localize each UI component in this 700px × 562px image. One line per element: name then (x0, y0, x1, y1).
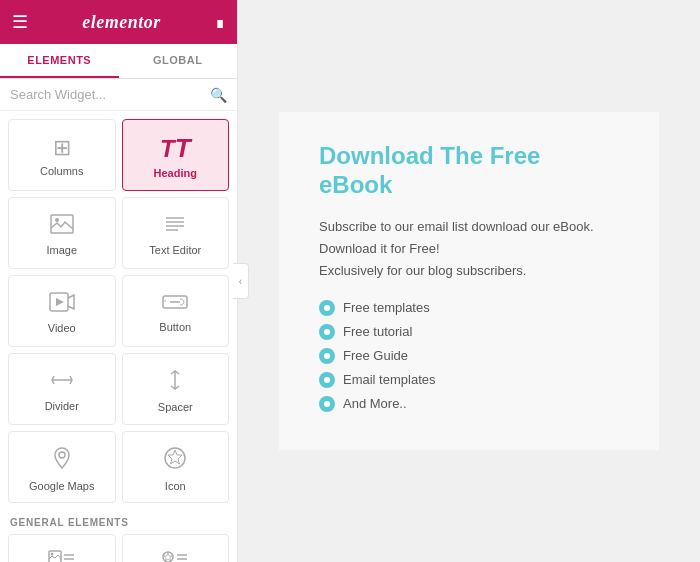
svg-rect-0 (51, 215, 73, 233)
list-item: Free templates (319, 300, 619, 316)
svg-marker-7 (56, 298, 64, 306)
widget-video-label: Video (48, 322, 76, 334)
grid-icon[interactable]: ∎ (215, 13, 225, 32)
icon-widget-icon (163, 446, 187, 474)
search-icon[interactable]: 🔍 (210, 87, 227, 103)
general-widgets-grid: Image Box Icon Box (8, 534, 229, 562)
list-item: Email templates (319, 372, 619, 388)
button-icon (162, 293, 188, 315)
image-icon (50, 214, 74, 238)
video-icon (49, 292, 75, 316)
widget-divider[interactable]: Divider (8, 353, 116, 425)
widget-spacer[interactable]: Spacer (122, 353, 230, 425)
main-content: Download The Free eBook Subscribe to our… (238, 0, 700, 562)
list-item: And More.. (319, 396, 619, 412)
widget-icon[interactable]: Icon (122, 431, 230, 503)
logo: elementor (82, 12, 161, 33)
widget-google-maps-label: Google Maps (29, 480, 94, 492)
sidebar-tabs: ELEMENTS GLOBAL (0, 44, 237, 79)
widget-spacer-label: Spacer (158, 401, 193, 413)
ebook-description: Subscribe to our email list download our… (319, 216, 619, 282)
menu-icon[interactable]: ☰ (12, 11, 28, 33)
list-item: Free tutorial (319, 324, 619, 340)
widget-button[interactable]: Button (122, 275, 230, 347)
widget-image-label: Image (46, 244, 77, 256)
svg-point-12 (59, 452, 65, 458)
widget-icon-label: Icon (165, 480, 186, 492)
text-editor-icon (163, 214, 187, 238)
list-item-text: Free tutorial (343, 324, 412, 339)
list-item: Free Guide (319, 348, 619, 364)
list-bullet-icon (319, 300, 335, 316)
list-bullet-icon (319, 348, 335, 364)
list-item-text: Free Guide (343, 348, 408, 363)
list-bullet-icon (319, 324, 335, 340)
search-bar: 🔍 (0, 79, 237, 111)
svg-point-1 (55, 218, 59, 222)
search-input[interactable] (10, 87, 227, 102)
list-item-text: Email templates (343, 372, 435, 387)
widget-image-box[interactable]: Image Box (8, 534, 116, 562)
widget-image[interactable]: Image (8, 197, 116, 269)
divider-icon (49, 370, 75, 394)
tab-global[interactable]: GLOBAL (119, 44, 238, 78)
widget-icon-box[interactable]: Icon Box (122, 534, 230, 562)
widget-text-editor[interactable]: Text Editor (122, 197, 230, 269)
collapse-handle[interactable]: ‹ (233, 263, 249, 299)
general-elements-label: GENERAL ELEMENTS (8, 513, 229, 534)
widget-columns-label: Columns (40, 165, 83, 177)
list-item-text: Free templates (343, 300, 430, 315)
ebook-card: Download The Free eBook Subscribe to our… (279, 112, 659, 450)
widget-video[interactable]: Video (8, 275, 116, 347)
widgets-area: Columns T Heading Image (0, 111, 237, 562)
google-maps-icon (51, 446, 73, 474)
widget-heading[interactable]: T Heading (122, 119, 230, 191)
list-bullet-icon (319, 396, 335, 412)
widget-divider-label: Divider (45, 400, 79, 412)
svg-marker-14 (168, 450, 182, 464)
widget-text-editor-label: Text Editor (149, 244, 201, 256)
tab-elements[interactable]: ELEMENTS (0, 44, 119, 78)
ebook-title: Download The Free eBook (319, 142, 619, 200)
image-box-icon (48, 550, 76, 562)
widget-heading-label: Heading (154, 167, 197, 179)
columns-icon (53, 137, 71, 159)
list-item-text: And More.. (343, 396, 407, 411)
sidebar-header: ☰ elementor ∎ (0, 0, 237, 44)
collapse-icon: ‹ (239, 276, 242, 287)
widget-google-maps[interactable]: Google Maps (8, 431, 116, 503)
widgets-grid: Columns T Heading Image (8, 119, 229, 503)
widget-button-label: Button (159, 321, 191, 333)
svg-point-16 (50, 553, 53, 556)
widget-columns[interactable]: Columns (8, 119, 116, 191)
icon-box-icon (161, 550, 189, 562)
heading-icon: T (160, 135, 191, 161)
list-bullet-icon (319, 372, 335, 388)
svg-marker-21 (164, 553, 172, 561)
ebook-list: Free templates Free tutorial Free Guide … (319, 300, 619, 412)
spacer-icon (164, 369, 186, 395)
sidebar: ☰ elementor ∎ ELEMENTS GLOBAL 🔍 Columns … (0, 0, 238, 562)
